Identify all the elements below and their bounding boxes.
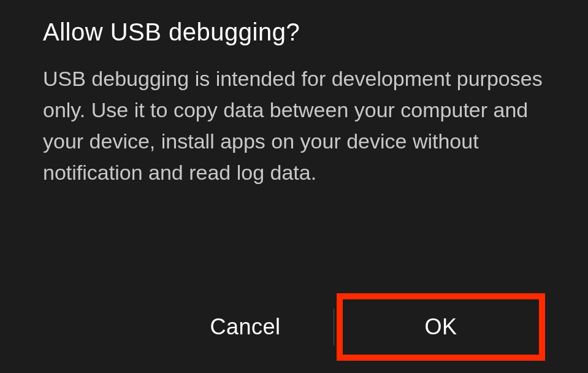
cancel-button[interactable]: Cancel	[159, 299, 331, 355]
ok-button[interactable]: OK	[343, 299, 539, 355]
ok-button-highlight-annotation: OK	[337, 293, 545, 361]
dialog-button-row: Cancel OK	[43, 293, 545, 361]
usb-debugging-dialog: Allow USB debugging? USB debugging is in…	[0, 0, 588, 373]
dialog-title: Allow USB debugging?	[43, 18, 545, 46]
button-divider	[334, 309, 334, 345]
dialog-body-text: USB debugging is intended for developmen…	[43, 63, 545, 281]
